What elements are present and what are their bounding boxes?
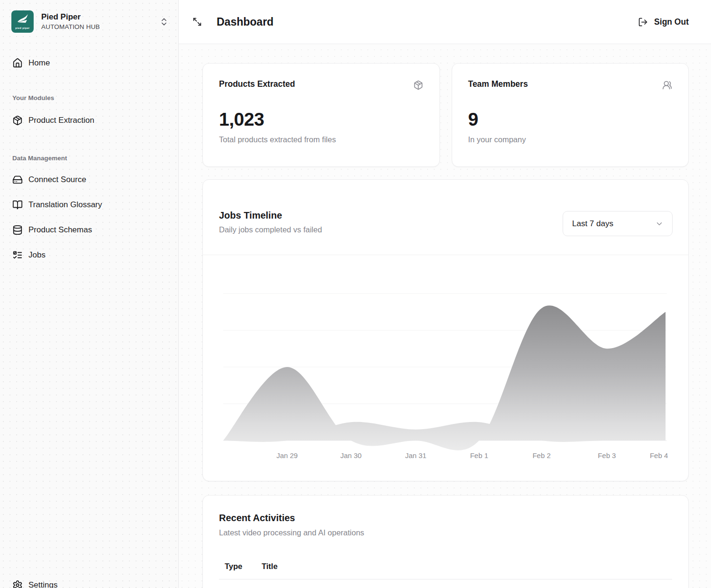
chevrons-up-down-icon[interactable] — [159, 17, 169, 27]
svg-text:Feb 4: Feb 4 — [650, 451, 668, 459]
stat-caption: Total products extracted from files — [219, 135, 423, 144]
sidebar-item-label: Settings — [28, 580, 57, 588]
package-icon — [12, 115, 23, 126]
page-title: Dashboard — [217, 16, 273, 28]
brand-name: Pied Piper — [41, 12, 159, 22]
svg-text:Jan 29: Jan 29 — [276, 451, 298, 459]
stat-caption: In your company — [468, 135, 673, 144]
sidebar-item-jobs[interactable]: Jobs — [7, 245, 172, 266]
sidebar-item-label: Product Extraction — [28, 116, 94, 125]
timeline-range-value: Last 7 days — [572, 219, 613, 229]
recent-activities-card: Recent Activities Latest video processin… — [202, 495, 689, 588]
sidebar-item-settings[interactable]: Settings — [7, 575, 172, 588]
package-icon — [413, 80, 423, 90]
sidebar-item-home[interactable]: Home — [7, 53, 172, 74]
workspace-switcher[interactable]: pied piper Pied Piper AUTOMATION HUB — [0, 0, 178, 33]
timeline-range-select[interactable]: Last 7 days — [563, 211, 673, 236]
users-icon — [662, 80, 672, 90]
svg-text:Jan 30: Jan 30 — [340, 451, 362, 459]
stat-title: Team Members — [468, 79, 528, 89]
sidebar-section-data-management: Data Management — [7, 155, 172, 162]
stat-card-products-extracted: Products Extracted 1,023 Total products … — [202, 63, 440, 167]
sidebar-item-product-extraction[interactable]: Product Extraction — [7, 110, 172, 131]
sidebar-section-your-modules: Your Modules — [7, 94, 172, 101]
jobs-timeline-card: Jobs Timeline Daily jobs completed vs fa… — [202, 179, 689, 481]
recent-activities-title: Recent Activities — [219, 512, 672, 524]
home-icon — [12, 58, 23, 68]
activities-table-header: Type Title — [219, 562, 672, 571]
sidebar-item-label: Product Schemas — [28, 225, 92, 235]
list-todo-icon — [12, 250, 23, 260]
gear-icon — [12, 580, 23, 588]
top-header: Dashboard Sign Out — [179, 0, 711, 44]
svg-text:Feb 3: Feb 3 — [598, 451, 616, 459]
jobs-timeline-chart: Jan 29Jan 30Jan 31Feb 1Feb 2Feb 3Feb 4 — [203, 255, 688, 481]
stat-value: 9 — [468, 110, 673, 129]
column-header-title: Title — [262, 562, 278, 571]
jobs-timeline-header: Jobs Timeline Daily jobs completed vs fa… — [203, 180, 688, 255]
jobs-timeline-title: Jobs Timeline — [219, 209, 322, 221]
sidebar-item-label: Home — [28, 58, 50, 68]
sidebar-footer: Settings — [0, 575, 178, 588]
svg-text:Jan 31: Jan 31 — [405, 451, 427, 459]
table-header-divider — [219, 579, 672, 579]
sidebar-item-label: Translation Glossary — [28, 200, 102, 210]
brand-names: Pied Piper AUTOMATION HUB — [41, 12, 159, 31]
stats-row: Products Extracted 1,023 Total products … — [202, 63, 689, 167]
jobs-timeline-subtitle: Daily jobs completed vs failed — [219, 225, 322, 234]
chevron-down-icon — [655, 220, 664, 228]
svg-text:Feb 2: Feb 2 — [532, 451, 550, 459]
svg-text:Feb 1: Feb 1 — [470, 451, 488, 459]
stat-title: Products Extracted — [219, 79, 295, 89]
stat-card-team-members: Team Members 9 In your company — [452, 63, 689, 167]
dashboard-content: Products Extracted 1,023 Total products … — [179, 44, 711, 588]
sidebar-item-translation-glossary[interactable]: Translation Glossary — [7, 194, 172, 215]
main-area: Dashboard Sign Out Products Extracted — [179, 0, 711, 588]
sidebar-item-connect-source[interactable]: Connect Source — [7, 169, 172, 190]
app-root: pied piper Pied Piper AUTOMATION HUB Hom… — [0, 0, 711, 588]
sidebar-item-product-schemas[interactable]: Product Schemas — [7, 220, 172, 240]
book-open-icon — [12, 200, 23, 210]
sign-out-label: Sign Out — [654, 17, 689, 27]
recent-activities-subtitle: Latest video processing and AI operation… — [219, 528, 672, 537]
sidebar-item-label: Jobs — [28, 250, 46, 260]
brand-tagline: AUTOMATION HUB — [41, 22, 159, 31]
sidebar: pied piper Pied Piper AUTOMATION HUB Hom… — [0, 0, 179, 588]
pied-piper-logo: pied piper — [11, 10, 34, 33]
expand-diagonal-icon[interactable] — [192, 16, 203, 28]
hard-drive-icon — [12, 175, 23, 185]
sidebar-nav: Home Your Modules Product Extraction Dat… — [0, 53, 178, 266]
stat-value: 1,023 — [219, 110, 423, 129]
sign-out-button[interactable]: Sign Out — [638, 17, 689, 27]
database-icon — [12, 225, 23, 235]
logo-wordmark: pied piper — [15, 27, 29, 29]
sidebar-item-label: Connect Source — [28, 175, 86, 184]
log-out-icon — [638, 17, 648, 27]
column-header-type: Type — [225, 562, 262, 571]
